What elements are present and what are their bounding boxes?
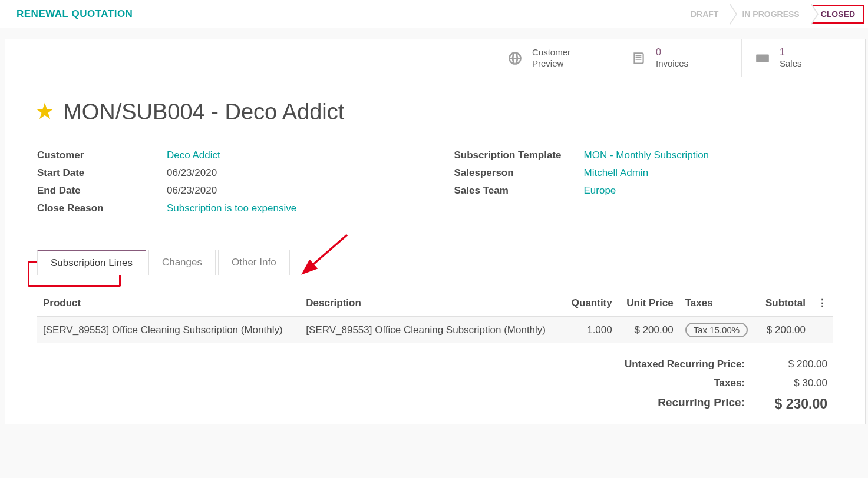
untaxed-value: $ 200.00 (768, 358, 827, 370)
cell-subtotal: $ 200.00 (757, 317, 811, 344)
col-product[interactable]: Product (37, 292, 300, 317)
cell-description: [SERV_89553] Office Cleaning Subscriptio… (300, 317, 563, 344)
taxes-total-value: $ 30.00 (768, 377, 827, 389)
status-in-progress[interactable]: IN PROGRESS (730, 4, 811, 25)
col-taxes[interactable]: Taxes (679, 292, 757, 317)
cell-taxes: Tax 15.00% (679, 317, 757, 344)
subscription-template-link[interactable]: MON - Monthly Subscription (584, 150, 709, 161)
status-closed[interactable]: CLOSED (811, 5, 864, 24)
book-icon (631, 51, 646, 66)
col-subtotal[interactable]: Subtotal (757, 292, 811, 317)
cell-product: [SERV_89553] Office Cleaning Subscriptio… (37, 317, 300, 344)
subscription-template-label: Subscription Template (454, 150, 584, 161)
table-row[interactable]: [SERV_89553] Office Cleaning Subscriptio… (37, 317, 833, 344)
status-steps: DRAFT IN PROGRESS CLOSED (679, 0, 866, 28)
tab-other-info[interactable]: Other Info (218, 250, 290, 275)
col-description[interactable]: Description (300, 292, 563, 317)
renewal-quotation-button[interactable]: RENEWAL QUOTATION (16, 8, 133, 20)
col-unit-price[interactable]: Unit Price (618, 292, 679, 317)
stat-label-line2: Preview (532, 58, 570, 69)
tab-subscription-lines[interactable]: Subscription Lines (37, 250, 146, 275)
sales-label: Sales (780, 58, 802, 69)
tab-changes[interactable]: Changes (148, 250, 216, 275)
salesperson-label: Salesperson (454, 167, 584, 179)
sales-count: 1 (780, 47, 802, 58)
invoices-button[interactable]: 0 Invoices (618, 39, 741, 77)
cell-unit-price: $ 200.00 (618, 317, 679, 344)
kebab-menu-icon[interactable]: ⋮ (811, 292, 833, 317)
salesperson-link[interactable]: Mitchell Admin (584, 167, 649, 179)
stat-buttons-row: Customer Preview 0 Invoices 1 (5, 39, 865, 77)
col-quantity[interactable]: Quantity (563, 292, 618, 317)
svg-line-0 (311, 235, 347, 267)
invoices-label: Invoices (656, 58, 688, 69)
taxes-total-label: Taxes: (625, 377, 745, 389)
end-date-value: 06/23/2020 (167, 185, 217, 197)
start-date-label: Start Date (37, 167, 167, 179)
close-reason-link[interactable]: Subscription is too expensive (167, 203, 296, 214)
recurring-value: $ 230.00 (768, 396, 827, 412)
end-date-label: End Date (37, 185, 167, 197)
annotation-arrow-icon (300, 230, 353, 277)
form-view: Customer Preview 0 Invoices 1 (5, 39, 866, 424)
customer-link[interactable]: Deco Addict (167, 150, 220, 161)
globe-icon (507, 51, 523, 66)
invoices-count: 0 (656, 47, 688, 58)
untaxed-label: Untaxed Recurring Price: (625, 358, 745, 370)
star-icon[interactable]: ★ (35, 98, 55, 124)
topbar: RENEWAL QUOTATION DRAFT IN PROGRESS CLOS… (0, 0, 868, 28)
totals-section: Untaxed Recurring Price: $ 200.00 Taxes:… (625, 358, 827, 412)
customer-preview-button[interactable]: Customer Preview (494, 39, 618, 77)
start-date-value: 06/23/2020 (167, 167, 217, 179)
recurring-label: Recurring Price: (625, 396, 745, 412)
sales-team-link[interactable]: Europe (584, 185, 616, 197)
stat-label-line1: Customer (532, 47, 570, 58)
cell-quantity: 1.000 (563, 317, 618, 344)
close-reason-label: Close Reason (37, 203, 167, 214)
subscription-lines-table: Product Description Quantity Unit Price … (37, 292, 833, 343)
credit-card-icon (755, 51, 770, 66)
sales-team-label: Sales Team (454, 185, 584, 197)
tax-pill: Tax 15.00% (685, 323, 748, 337)
status-draft[interactable]: DRAFT (679, 4, 730, 25)
record-title: MON/SUB004 - Deco Addict (63, 99, 344, 125)
sales-button[interactable]: 1 Sales (741, 39, 865, 77)
customer-label: Customer (37, 150, 167, 161)
